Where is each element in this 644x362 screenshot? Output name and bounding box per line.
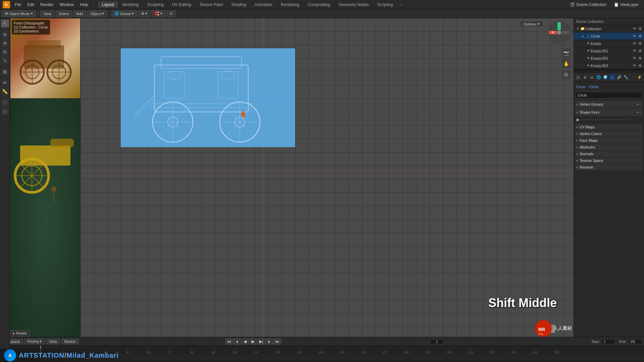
tab-sculpting[interactable]: Sculpting [143, 1, 168, 8]
center-viewport[interactable]: X Z 📷 ✋ ⊞ Options ▾ Shift Middle [80, 18, 574, 337]
view-layer-selector[interactable]: 📋 ViewLayer [611, 2, 641, 8]
grid-icon[interactable]: ⊞ [561, 70, 571, 79]
next-keyframe-btn[interactable]: ▶| [258, 339, 265, 345]
visibility-toggle[interactable]: 👁 [632, 26, 637, 32]
proportional-btn[interactable]: ⊙ [167, 10, 176, 17]
menu-help[interactable]: Help [77, 2, 91, 8]
add-btn[interactable]: Add [73, 10, 86, 17]
collection-item-empty001[interactable]: ✦ Empty.001 👁 🖥 [574, 47, 644, 55]
vg-remove-button[interactable]: − [639, 102, 641, 107]
annotate-tool[interactable]: ✏ [1, 79, 9, 87]
add-workspace-button[interactable]: + [397, 1, 406, 8]
pivot-selector[interactable]: ⊕ ▾ [138, 10, 150, 17]
add-cube-tool[interactable]: □ [1, 99, 9, 107]
attributes-header[interactable]: ▸ Attributes [575, 144, 643, 150]
grab-icon[interactable]: ✋ [561, 59, 571, 68]
bc-circle-1[interactable]: Circle [576, 85, 585, 89]
object-props-icon[interactable]: ◻ [609, 74, 615, 80]
select-tool[interactable]: ↖ [1, 19, 9, 27]
prev-frame-btn[interactable]: ⏴ [233, 339, 241, 345]
cursor-tool[interactable]: ✛ [1, 31, 9, 39]
expand-arrow[interactable]: ▾ [575, 26, 580, 31]
keying-btn[interactable]: Keying ▾ [24, 339, 45, 344]
vertex-colors-header[interactable]: ▸ Vertex Colors [575, 131, 643, 137]
vertex-groups-header[interactable]: ▸ Vertex Groups + − [575, 101, 643, 108]
tab-layout[interactable]: Layout [98, 1, 118, 8]
transform-selector[interactable]: 🌐 Global ▾ [111, 10, 137, 17]
end-frame-input[interactable] [629, 339, 642, 344]
marker-btn[interactable]: Marker [61, 339, 79, 344]
sk-add-button[interactable]: + [636, 110, 639, 115]
object-name-input[interactable] [575, 92, 643, 99]
object-name-field[interactable] [575, 92, 643, 101]
mode-selector[interactable]: ⊞ Object Mode ▾ [2, 10, 36, 17]
world-props-icon[interactable]: 🌍 [602, 74, 608, 80]
tab-texture-paint[interactable]: Texture Paint [196, 1, 227, 8]
tab-compositing[interactable]: Compositing [304, 1, 334, 8]
jump-end-btn[interactable]: ⏭ [274, 339, 281, 345]
viewport-options-button[interactable]: Options ▾ [520, 21, 543, 27]
object-btn[interactable]: Object ▾ [87, 10, 107, 17]
render-props-icon[interactable]: 🎥 [575, 74, 581, 80]
rotate-status[interactable]: ▸ Rotate [10, 330, 30, 337]
scale-tool[interactable]: ⤡ [1, 57, 9, 65]
gizmo-x-axis[interactable]: X [549, 31, 557, 34]
next-frame-btn[interactable]: ⏵ [266, 339, 273, 345]
face-maps-header[interactable]: ▸ Face Maps [575, 137, 643, 143]
scene-props-icon[interactable]: 🌐 [596, 74, 602, 80]
render-toggle[interactable]: 🖥 [637, 26, 643, 32]
gizmo-y-axis[interactable] [557, 22, 561, 30]
expand-arrow[interactable] [581, 56, 585, 61]
render-toggle[interactable]: 🖥 [637, 34, 643, 39]
remesh-header[interactable]: ▸ Remesh [575, 164, 643, 170]
expand-arrow[interactable] [581, 49, 585, 53]
collection-item-empty003[interactable]: ✦ Empty.003 👁 🖥 [574, 62, 644, 69]
menu-file[interactable]: File [12, 2, 24, 8]
tab-modeling[interactable]: Modeling [118, 1, 143, 8]
tab-animation[interactable]: Animation [251, 1, 276, 8]
uv-maps-header[interactable]: ▸ UV Maps [575, 124, 643, 130]
tab-uv-editing[interactable]: UV Editing [168, 1, 195, 8]
add-mesh-tool[interactable]: ◇ [1, 107, 9, 115]
visibility-toggle[interactable]: 👁 [632, 41, 637, 46]
zoom-camera-icon[interactable]: 📷 [561, 48, 571, 58]
expand-arrow[interactable]: ▸ [581, 34, 585, 39]
sk-remove-button[interactable]: − [639, 110, 641, 115]
tab-geometry-nodes[interactable]: Geometry Nodes [334, 1, 373, 8]
constraint-props-icon[interactable]: 🔗 [616, 74, 622, 80]
view-layer-props-icon[interactable]: 🗂 [589, 74, 595, 80]
menu-render[interactable]: Render [38, 2, 56, 8]
select-btn[interactable]: Select [56, 10, 72, 17]
transform-tool[interactable]: ⊞ [1, 68, 9, 76]
measure-tool[interactable]: 📏 [1, 87, 9, 96]
render-toggle[interactable]: 🖥 [637, 63, 643, 68]
tab-scripting[interactable]: Scripting [373, 1, 397, 8]
visibility-toggle[interactable]: 👁 [632, 63, 637, 68]
view-btn-tl[interactable]: View [46, 339, 60, 344]
visibility-toggle[interactable]: 👁 [632, 56, 637, 61]
play-icon[interactable]: ▶ [577, 117, 580, 122]
viewport-gizmo[interactable]: X Z [547, 21, 571, 44]
jump-start-btn[interactable]: ⏮ [225, 339, 233, 345]
normals-header[interactable]: ▸ Normals [575, 151, 643, 157]
play-btn[interactable]: ▶ [250, 339, 257, 345]
snap-btn[interactable]: 🧲 ▾ [152, 10, 165, 17]
menu-edit[interactable]: Edit [24, 2, 37, 8]
gizmo-z-axis[interactable]: Z [561, 31, 570, 34]
bc-circle-2[interactable]: Circle [589, 85, 599, 89]
view-btn[interactable]: View [40, 10, 54, 17]
render-toggle[interactable]: 🖥 [637, 56, 643, 61]
visibility-toggle[interactable]: 👁 [632, 48, 637, 54]
start-frame-input[interactable] [602, 339, 615, 344]
move-tool[interactable]: ✢ [1, 39, 9, 47]
collection-item-empty[interactable]: ✦ Empty 👁 🖥 [574, 40, 644, 47]
collection-item-root[interactable]: ▾ 📁 Collection 👁 🖥 [574, 25, 644, 33]
render-toggle[interactable]: 🖥 [637, 41, 643, 46]
vg-add-button[interactable]: + [636, 102, 639, 107]
collection-item-circle[interactable]: ▸ △ Circle 👁 🖥 [574, 33, 644, 40]
menu-window[interactable]: Window [57, 2, 76, 8]
render-toggle[interactable]: 🖥 [637, 48, 643, 54]
output-props-icon[interactable]: 🖨 [582, 74, 588, 80]
prev-keyframe-btn[interactable]: ◀ [241, 339, 249, 345]
scene-selector[interactable]: 🎬 Scene Collection [567, 2, 609, 8]
